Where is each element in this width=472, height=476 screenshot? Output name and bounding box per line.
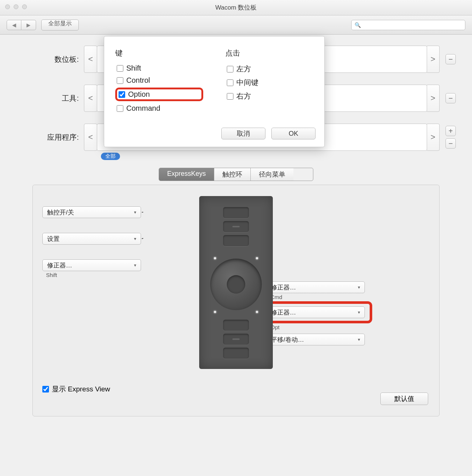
app-prev-button[interactable]: < [84,124,97,151]
device-ring [210,259,262,310]
toolbar: ◀ ▶ 全部显示 🔍 [0,15,472,35]
window-title: Wacom 数位板 [0,0,472,15]
tool-label: 工具: [16,93,84,103]
tool-remove-button[interactable]: − [445,93,456,103]
app-label: 应用程序: [16,132,84,142]
key4-dropdown[interactable]: 修正器… [266,281,365,293]
key1-dropdown[interactable]: 触控开/关 [42,206,141,218]
device-key4 [223,320,249,331]
show-expressview-checkbox[interactable]: 显示 Express View [42,384,110,394]
modifier-dialog: 键 Shift Control Option Command 点击 左方 中间键… [104,36,325,147]
tablet-remove-button[interactable]: − [445,54,456,64]
key6-dropdown[interactable]: 平移/卷动… [266,334,365,345]
default-button[interactable]: 默认值 [380,392,428,405]
titlebar: Wacom 数位板 [0,0,472,15]
nav-buttons: ◀ ▶ [7,20,36,30]
command-checkbox[interactable]: Command [115,103,203,113]
app-next-button[interactable]: > [426,124,440,151]
keys-header: 键 [115,48,203,58]
tool-prev-button[interactable]: < [84,85,97,112]
window-controls [5,4,27,9]
show-expressview-input[interactable] [42,386,49,392]
left-click-checkbox[interactable]: 左方 [225,63,313,75]
forward-button[interactable]: ▶ [21,20,36,30]
middle-click-checkbox[interactable]: 中间键 [225,77,313,88]
ok-button[interactable]: OK [271,128,316,139]
svg-line-2 [142,235,143,240]
tab-radialmenu[interactable]: 径向菜单 [251,168,293,181]
show-all-button[interactable]: 全部显示 [41,19,79,31]
svg-line-1 [142,222,143,239]
device-key6 [223,348,249,359]
tablet-next-button[interactable]: > [426,46,440,73]
tab-bar: ExpressKeys 触控环 径向菜单 [159,168,313,181]
tablet-prev-button[interactable]: < [84,46,97,73]
key2-dropdown[interactable]: 设置 [42,233,141,245]
tablet-label: 数位板: [16,54,84,64]
keys-column: 键 Shift Control Option Command [115,48,203,116]
device-key1 [223,207,249,218]
tool-next-button[interactable]: > [426,85,440,112]
cancel-button[interactable]: 取消 [221,128,265,139]
tab-touchring[interactable]: 触控环 [214,168,251,181]
device-key3 [223,235,249,246]
expresskeys-panel: 触控开/关 设置 修正器… Shift 修正器… Cmd 修正器… Opt 平移… [32,185,440,416]
right-click-checkbox[interactable]: 右方 [225,90,313,102]
device-graphic [199,196,273,369]
back-button[interactable]: ◀ [7,20,21,30]
app-all-pill[interactable]: 全部 [101,153,120,160]
shift-checkbox[interactable]: Shift [115,63,203,73]
svg-line-0 [142,207,143,212]
key3-sublabel: Shift [46,272,57,278]
device-key2 [223,221,249,232]
minimize-icon[interactable] [14,4,18,9]
search-icon: 🔍 [355,22,361,28]
app-add-button[interactable]: + [445,126,456,136]
click-header: 点击 [225,48,313,58]
option-checkbox[interactable]: Option [115,88,203,101]
search-input[interactable]: 🔍 [351,20,465,30]
tab-expresskeys[interactable]: ExpressKeys [159,168,214,181]
key3-dropdown[interactable]: 修正器… [42,259,141,271]
control-checkbox[interactable]: Control [115,75,203,85]
key5-dropdown[interactable]: 修正器… [266,306,365,318]
close-icon[interactable] [5,4,10,9]
zoom-icon[interactable] [22,4,27,9]
app-remove-button[interactable]: − [445,138,456,149]
device-key5 [223,334,249,345]
click-column: 点击 左方 中间键 右方 [225,48,313,116]
